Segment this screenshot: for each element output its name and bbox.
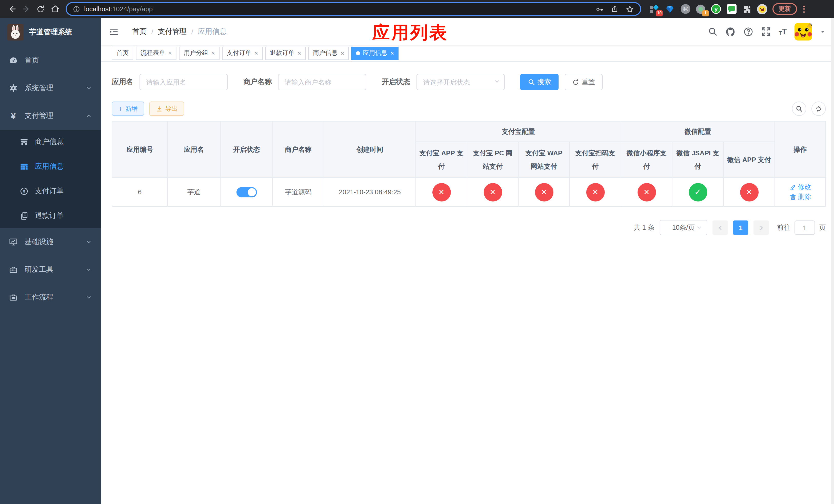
- export-button[interactable]: 导出: [149, 101, 184, 116]
- app-logo-row[interactable]: 芋道管理系统: [0, 18, 101, 47]
- delete-link[interactable]: 删除: [789, 192, 811, 201]
- header-search-icon[interactable]: [708, 27, 718, 37]
- command-extension-icon[interactable]: ⌘: [680, 4, 690, 14]
- sidebar-item-label: 支付管理: [25, 111, 53, 120]
- channel-status-icon: ×: [483, 183, 502, 201]
- chevron-down-icon: [86, 294, 92, 300]
- trash-icon: [789, 193, 796, 200]
- tab-label: 支付订单: [227, 49, 251, 58]
- extension-badge: 10: [656, 10, 663, 16]
- status-select-input[interactable]: [416, 74, 505, 90]
- help-icon[interactable]: [743, 26, 753, 37]
- breadcrumb-pay[interactable]: 支付管理: [158, 27, 187, 36]
- sidebar-item-label: 研发工具: [25, 265, 53, 274]
- prev-page-button[interactable]: [712, 221, 728, 235]
- sidebar-item-6[interactable]: 工作流程: [0, 283, 101, 311]
- browser-update-button[interactable]: 更新: [772, 3, 797, 15]
- status-select[interactable]: [416, 74, 505, 90]
- submenu-item-2[interactable]: 应用信息: [0, 154, 101, 179]
- address-bar[interactable]: localhost:1024/pay/app: [66, 2, 641, 16]
- show-search-button[interactable]: [792, 101, 806, 116]
- next-page-button[interactable]: [753, 221, 769, 235]
- col-wechat-lite: 微信小程序支付: [621, 142, 672, 178]
- avatar-caret-icon[interactable]: [820, 28, 826, 35]
- breadcrumb-separator: /: [151, 27, 153, 36]
- grid-icon: [20, 162, 29, 171]
- app-name-input[interactable]: [139, 74, 228, 90]
- tab-7[interactable]: 应用信息×: [351, 46, 398, 60]
- browser-forward-button[interactable]: [20, 2, 33, 16]
- y-extension-icon[interactable]: y: [711, 4, 721, 14]
- table-toolbar: + 新增 导出: [112, 101, 826, 116]
- site-info-icon[interactable]: [73, 5, 80, 13]
- tab-close-icon[interactable]: ×: [298, 50, 301, 56]
- merchant-name-input[interactable]: [278, 74, 366, 90]
- tab-close-icon[interactable]: ×: [390, 50, 394, 56]
- col-wechat-app: 微信 APP 支付: [723, 142, 775, 178]
- channel-status-icon: ×: [586, 183, 605, 201]
- reset-button[interactable]: 重置: [565, 74, 603, 90]
- browser-menu-icon[interactable]: [803, 5, 805, 13]
- tab-2[interactable]: 流程表单×: [136, 46, 176, 60]
- app-title: 芋道管理系统: [29, 28, 72, 37]
- search-button[interactable]: 搜索: [520, 74, 558, 90]
- refresh-table-button[interactable]: [811, 101, 826, 116]
- github-icon[interactable]: [725, 26, 736, 37]
- browser-home-button[interactable]: [48, 2, 62, 16]
- page-size-select[interactable]: 10条/页: [660, 220, 707, 235]
- tab-close-icon[interactable]: ×: [255, 50, 258, 56]
- col-group-alipay: 支付宝配置: [416, 121, 621, 142]
- submenu-item-4[interactable]: 退款订单: [0, 204, 101, 228]
- tab-6[interactable]: 商户信息×: [308, 46, 349, 60]
- sidebar-item-5[interactable]: 研发工具: [0, 256, 101, 283]
- password-key-icon[interactable]: [595, 5, 604, 13]
- extension-badge: 1: [702, 10, 709, 16]
- puzzle-extensions-icon[interactable]: [742, 4, 752, 14]
- scrollbar[interactable]: [831, 18, 834, 504]
- sidebar-item-3[interactable]: ¥支付管理: [0, 102, 101, 130]
- sidebar-collapse-icon[interactable]: [109, 26, 119, 37]
- col-status: 开启状态: [220, 121, 272, 178]
- browser-back-button[interactable]: [5, 2, 19, 16]
- submenu-item-1[interactable]: 商户信息: [0, 130, 101, 154]
- tab-3[interactable]: 用户分组×: [179, 46, 220, 60]
- submenu-item-label: 退款订单: [35, 211, 64, 221]
- tab-close-icon[interactable]: ×: [211, 50, 215, 56]
- col-alipay-wap: 支付宝 WAP 网站支付: [518, 142, 570, 178]
- pinned-extension-icon[interactable]: 10: [649, 4, 660, 14]
- goto-page-input[interactable]: [794, 221, 815, 235]
- pay-submenu: 商户信息应用信息¥支付订单退款订单: [0, 130, 101, 228]
- tab-1[interactable]: 首页: [112, 46, 133, 60]
- search-form: 应用名 商户名称 开启状态 搜索: [112, 74, 826, 90]
- active-tab-dot: [356, 51, 360, 55]
- tab-close-icon[interactable]: ×: [168, 50, 172, 56]
- gem-extension-icon[interactable]: [665, 4, 675, 14]
- browser-reload-button[interactable]: [34, 2, 47, 16]
- sidebar-item-2[interactable]: 系统管理: [0, 74, 101, 102]
- profile-avatar-icon[interactable]: [757, 4, 767, 14]
- col-alipay-qr: 支付宝扫码支付: [570, 142, 621, 178]
- edit-link[interactable]: 修改: [789, 182, 811, 191]
- share-icon[interactable]: [611, 5, 619, 13]
- chat-extension-icon[interactable]: [726, 4, 737, 14]
- sidebar-item-4[interactable]: 基础设施: [0, 228, 101, 256]
- col-group-wechat: 微信配置: [621, 121, 775, 142]
- tab-5[interactable]: 退款订单×: [265, 46, 306, 60]
- bookmark-star-icon[interactable]: [626, 5, 634, 13]
- tab-4[interactable]: 支付订单×: [222, 46, 263, 60]
- col-created: 创建时间: [324, 121, 416, 178]
- submenu-item-3[interactable]: ¥支付订单: [0, 179, 101, 204]
- tab-close-icon[interactable]: ×: [341, 50, 344, 56]
- storefront-icon: [20, 137, 29, 147]
- recorder-extension-icon[interactable]: 1: [696, 4, 706, 14]
- user-avatar[interactable]: [794, 23, 812, 40]
- fullscreen-icon[interactable]: [761, 27, 771, 37]
- breadcrumb-home[interactable]: 首页: [132, 27, 147, 36]
- page-number-button[interactable]: 1: [733, 221, 748, 235]
- add-button[interactable]: + 新增: [112, 101, 144, 116]
- sidebar-item-1[interactable]: 首页: [0, 47, 101, 74]
- app-window: localhost:1024/pay/app 10 ⌘ 1 y: [0, 0, 834, 504]
- col-app-id: 应用编号: [112, 121, 168, 178]
- font-size-icon[interactable]: TT: [778, 27, 787, 36]
- status-toggle[interactable]: [236, 187, 257, 197]
